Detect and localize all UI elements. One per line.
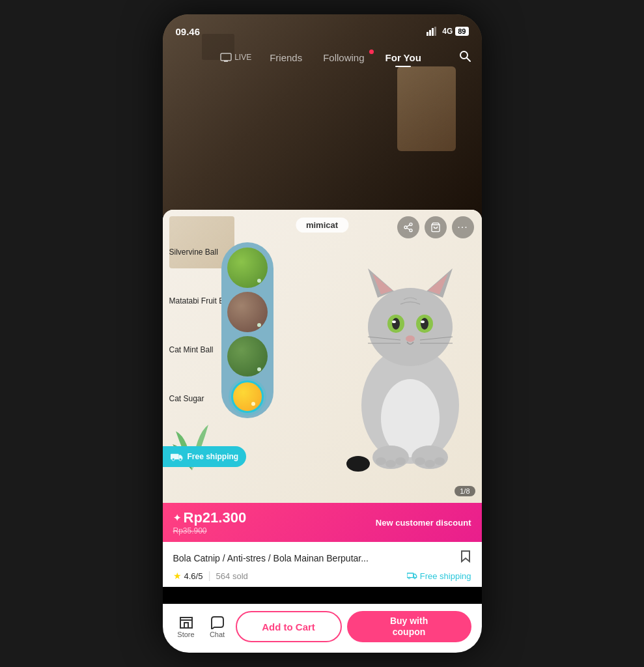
price-icon: ✦	[173, 513, 181, 523]
ball-dot	[257, 323, 261, 327]
tab-following[interactable]: Following	[313, 50, 374, 66]
store-label: Store	[177, 631, 194, 638]
battery-badge: 89	[455, 27, 468, 36]
cat-svg	[339, 242, 482, 477]
svg-point-23	[392, 318, 400, 330]
product-info: Bola Catnip / Anti-stres / Bola Mainan B…	[163, 542, 482, 587]
svg-line-8	[467, 58, 470, 61]
share-icon-btn[interactable]	[397, 216, 419, 238]
free-ship-meta: Free shipping	[407, 571, 471, 581]
svg-rect-45	[407, 573, 413, 578]
svg-rect-5	[224, 61, 228, 62]
truck-icon	[171, 451, 184, 462]
svg-point-17	[368, 288, 453, 366]
share-icon	[403, 222, 413, 233]
bookmark-icon[interactable]	[460, 550, 471, 566]
svg-point-11	[410, 229, 412, 232]
price-main: ✦ Rp21.300	[173, 509, 247, 526]
svg-point-10	[404, 226, 407, 229]
tab-friends[interactable]: Friends	[259, 50, 313, 66]
store-button[interactable]: Store	[173, 615, 199, 638]
svg-point-43	[172, 458, 175, 461]
price-value: Rp21.300	[184, 509, 247, 526]
svg-line-12	[406, 228, 410, 230]
svg-point-47	[413, 577, 415, 579]
svg-point-36	[385, 460, 396, 468]
svg-rect-2	[432, 28, 434, 36]
svg-point-26	[421, 318, 428, 330]
svg-point-35	[376, 457, 386, 465]
signal-icon	[427, 27, 438, 36]
svg-point-44	[178, 458, 181, 461]
svg-point-16	[381, 379, 440, 457]
price-left: ✦ Rp21.300 Rp35.900	[173, 509, 247, 535]
ship-truck-icon	[407, 572, 417, 580]
svg-line-13	[406, 225, 410, 227]
chat-button[interactable]: Chat	[204, 615, 231, 638]
rating-area: ★ 4.6/5 | 564 sold	[173, 570, 248, 582]
ball-silvervine	[227, 248, 268, 288]
product-card: mimicat	[163, 210, 482, 587]
svg-rect-0	[427, 32, 428, 36]
ball-label-silvervine: Silvervine Ball	[169, 246, 232, 257]
more-icon-btn[interactable]: ···	[452, 216, 474, 238]
svg-point-40	[434, 457, 445, 465]
svg-point-37	[395, 457, 406, 465]
chat-label: Chat	[210, 631, 225, 638]
ball-dot	[251, 402, 255, 406]
more-dots-icon: ···	[457, 221, 468, 233]
nav-tabs: LIVE Friends Following For You	[163, 43, 482, 72]
free-shipping-badge: Free shipping	[163, 446, 247, 467]
svg-point-24	[392, 320, 396, 323]
chat-icon	[210, 615, 225, 629]
svg-point-38	[415, 457, 425, 465]
buy-with-coupon-button[interactable]: Buy with coupon	[347, 611, 471, 642]
free-shipping-text: Free shipping	[188, 452, 239, 461]
product-meta: ★ 4.6/5 | 564 sold Free shipping	[173, 570, 471, 582]
free-ship-label: Free shipping	[420, 571, 471, 581]
ball-dot	[257, 279, 261, 283]
svg-rect-1	[429, 30, 431, 36]
product-title-text: Bola Catnip / Anti-stres / Bola Mainan B…	[173, 553, 455, 563]
svg-rect-4	[221, 53, 231, 61]
sold-count: 564 sold	[216, 571, 248, 581]
search-icon[interactable]	[458, 50, 471, 66]
cat-image	[339, 242, 482, 477]
cart-icon-btn[interactable]	[425, 216, 447, 238]
network-label: 4G	[442, 27, 453, 36]
price-original: Rp35.900	[173, 526, 247, 535]
price-bar: ✦ Rp21.300 Rp35.900 New customer discoun…	[163, 503, 482, 542]
svg-point-27	[421, 320, 425, 323]
brand-badge: mimicat	[296, 218, 348, 233]
cart-icon	[430, 222, 441, 233]
notification-dot	[369, 50, 374, 54]
ball-catsugar	[231, 380, 264, 413]
ball-matatabi	[227, 292, 268, 332]
svg-point-39	[425, 460, 435, 468]
live-tv-icon	[220, 53, 232, 62]
tab-for-you[interactable]: For You	[375, 50, 432, 66]
live-label: LIVE	[234, 53, 251, 62]
nav-live-tab[interactable]: LIVE	[212, 50, 259, 64]
ball-dot	[257, 367, 261, 371]
svg-point-46	[408, 577, 410, 579]
ball-catmint	[227, 336, 268, 376]
balls-tray	[221, 242, 273, 418]
add-to-cart-button[interactable]: Add to Cart	[236, 611, 342, 642]
status-icons: 4G 89	[427, 27, 468, 36]
image-counter: 1/8	[455, 486, 475, 496]
star-icon: ★	[173, 571, 182, 581]
svg-rect-3	[434, 27, 436, 36]
new-customer-discount: New customer discount	[376, 518, 471, 528]
product-title-row: Bola Catnip / Anti-stres / Bola Mainan B…	[173, 550, 471, 566]
rating-value: 4.6/5	[184, 571, 203, 581]
svg-point-41	[346, 456, 370, 472]
status-time: 09.46	[176, 26, 201, 37]
product-image-area: mimicat	[163, 210, 482, 503]
status-bar: 09.46 4G 89	[163, 14, 482, 43]
svg-point-9	[410, 223, 412, 225]
buy-label: Buy with coupon	[390, 616, 428, 638]
store-icon	[178, 615, 194, 629]
svg-point-28	[406, 335, 415, 342]
action-icons-group: ···	[397, 216, 474, 238]
